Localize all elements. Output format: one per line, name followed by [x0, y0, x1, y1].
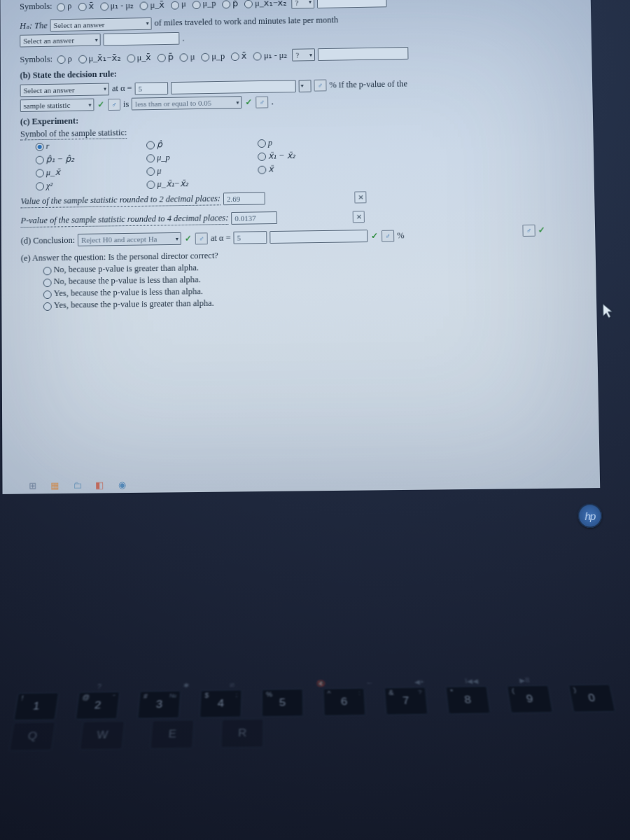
- pval-label: P-value of the sample statistic rounded …: [21, 213, 229, 227]
- link-icon-5[interactable]: ♂: [195, 232, 208, 244]
- sym2-muxdiff[interactable]: μ_x̄₁−x̄₂: [76, 52, 122, 64]
- key-3: #№3: [137, 691, 181, 719]
- sample-stat-symbol-label: Symbol of the sample statistic:: [20, 127, 127, 140]
- ha-text: of miles traveled to work and minutes la…: [155, 15, 339, 28]
- q-select-2[interactable]: ?▾: [292, 48, 315, 61]
- symbol-radio-table: r p̂ p p̂₁ − p̂₂ μ_p x̄₁ − x̄₂ μ_x̄ μ x̄…: [36, 136, 370, 192]
- sample-stat-value-input[interactable]: 2.69: [223, 192, 265, 205]
- sym1-input[interactable]: [317, 0, 387, 8]
- key-8: *8: [445, 686, 490, 714]
- conclusion-select[interactable]: Reject H0 and accept Ha▾: [78, 232, 181, 246]
- sym-muxbar[interactable]: μ_x̄: [138, 0, 167, 10]
- val-label: Value of the sample statistic rounded to…: [20, 193, 220, 208]
- check-icon-5: ✓: [370, 230, 379, 241]
- key-E: E: [150, 720, 194, 749]
- at-alpha-label-2: at α =: [211, 232, 231, 243]
- dr-blank-input[interactable]: [171, 80, 296, 94]
- sym-xbar[interactable]: x̄: [76, 0, 96, 12]
- alpha-input-1[interactable]: 5: [134, 82, 168, 95]
- taskbar: ⊞ ▦ 🗀 ◧ ◉: [23, 475, 131, 496]
- ha-label: Hₐ: The: [20, 20, 48, 31]
- radio-p[interactable]: p: [258, 136, 342, 148]
- radio-r[interactable]: r: [36, 139, 119, 152]
- radio-xbar[interactable]: x̄: [258, 162, 342, 175]
- keyboard: ? ✱⎚ 🔇 ←◀+ I◀◀▶II !1@"2#№3$;4%5^:6&?7*8(…: [0, 673, 630, 754]
- sym2-muxbar[interactable]: μ_x̄: [125, 52, 154, 64]
- conclusion-blank[interactable]: [270, 230, 368, 244]
- part-d-row: (d) Conclusion: Reject H0 and accept Ha▾…: [21, 227, 582, 247]
- sym2-mudiff[interactable]: μ₁ - μ₂: [251, 49, 290, 62]
- link-icon-4[interactable]: ♂: [522, 225, 535, 237]
- radio-muxbar[interactable]: μ_x̄: [36, 166, 119, 178]
- task-icon-3[interactable]: ◧: [93, 479, 106, 491]
- sample-stat-select[interactable]: sample statistic▾: [20, 99, 94, 112]
- p-value-input[interactable]: 0.0137: [231, 211, 277, 225]
- radio-xbardiff[interactable]: x̄₁ − x̄₂: [258, 149, 342, 162]
- clear-icon[interactable]: ✕: [354, 191, 366, 203]
- key-7: &?7: [384, 687, 428, 715]
- screen-viewport: ⠿ Apps ▣ Dashboard ▤ Home Page - my.IV..…: [0, 0, 600, 494]
- key-9: (9: [507, 685, 553, 713]
- key-Q: Q: [9, 722, 56, 751]
- check-icon-4: ✓: [184, 233, 192, 244]
- dr-select-mini[interactable]: ▾: [298, 79, 311, 92]
- clear-icon-2[interactable]: ✕: [353, 211, 365, 223]
- sym2-mup[interactable]: μ_p: [199, 50, 227, 62]
- photo-scene: ⠿ Apps ▣ Dashboard ▤ Home Page - my.IV..…: [0, 0, 630, 840]
- symbols2-label: Symbols:: [20, 54, 52, 65]
- symbols-label: Symbols:: [20, 1, 52, 13]
- key-0: )0: [568, 685, 616, 713]
- link-icon-3[interactable]: ♂: [256, 96, 269, 108]
- task-icon-4[interactable]: ◉: [115, 479, 128, 491]
- dr-tail-text: % if the p-value of the: [329, 79, 407, 91]
- sym2-xbar[interactable]: x̄: [229, 50, 249, 62]
- hp-logo: hp: [578, 503, 602, 528]
- sym-rho[interactable]: ρ: [55, 0, 74, 12]
- key-1: !1: [13, 692, 59, 720]
- part-e-options: No, because p-value is greater than alph…: [43, 258, 582, 311]
- link-icon[interactable]: ♂: [314, 79, 326, 91]
- link-icon-2[interactable]: ♂: [108, 98, 120, 110]
- is-label: is: [123, 99, 129, 109]
- radio-mup[interactable]: μ_p: [146, 151, 230, 164]
- key-4: $;4: [200, 690, 242, 718]
- task-icon-2[interactable]: 🗀: [71, 479, 83, 492]
- ha-input[interactable]: [104, 32, 180, 46]
- key-5: %5: [262, 689, 304, 717]
- sym-mudiff[interactable]: μ₁ - μ₂: [98, 0, 136, 11]
- check-icon-3: ✓: [538, 225, 546, 236]
- condition-select[interactable]: less than or equal to 0.05▾: [132, 96, 242, 110]
- task-icon-1[interactable]: ▦: [48, 479, 61, 492]
- check-icon: ✓: [97, 99, 105, 110]
- grade-badge: ♂ ✓: [522, 225, 545, 237]
- dr-select-1[interactable]: Select an answer▾: [20, 83, 109, 97]
- radio-muxdiff[interactable]: μ_x̄₁−x̄₂: [146, 177, 230, 190]
- key-R: R: [220, 719, 263, 748]
- p-value-row: P-value of the sample statistic rounded …: [20, 207, 580, 227]
- start-icon[interactable]: ⊞: [26, 479, 38, 492]
- radio-mu[interactable]: μ: [146, 164, 230, 177]
- sample-stat-value-row: Value of the sample statistic rounded to…: [20, 188, 580, 209]
- ha-select-2[interactable]: Select an answer▾: [20, 34, 100, 48]
- sym-mup[interactable]: μ_p: [190, 0, 218, 10]
- check-icon-2: ✓: [245, 97, 253, 107]
- sym-muxdiff[interactable]: μ_x̄₁−x̄₂: [242, 0, 289, 9]
- percent-tail: %: [397, 230, 405, 241]
- radio-phat[interactable]: p̂: [146, 138, 230, 150]
- ha-select-1[interactable]: Select an answer▾: [50, 17, 152, 31]
- at-alpha-label: at α =: [112, 83, 132, 94]
- key-2: @"2: [76, 692, 120, 720]
- sym2-pbar[interactable]: p̄: [155, 51, 176, 63]
- sym-mu[interactable]: μ: [169, 0, 188, 10]
- q-select-1[interactable]: ?▾: [291, 0, 314, 8]
- part-d-label: (d) Conclusion:: [21, 234, 75, 246]
- radio-chi2[interactable]: χ²: [36, 179, 119, 192]
- radio-phatdiff[interactable]: p̂₁ − p̂₂: [36, 153, 119, 165]
- sym2-rho[interactable]: ρ: [55, 53, 74, 65]
- sym-pbar[interactable]: p̄: [220, 0, 240, 9]
- sym2-mu[interactable]: μ: [178, 51, 197, 63]
- alpha-input-2[interactable]: 5: [233, 231, 267, 244]
- sym2-input[interactable]: [318, 47, 409, 61]
- link-icon-6[interactable]: ♂: [382, 230, 394, 241]
- key-6: ^:6: [323, 688, 365, 716]
